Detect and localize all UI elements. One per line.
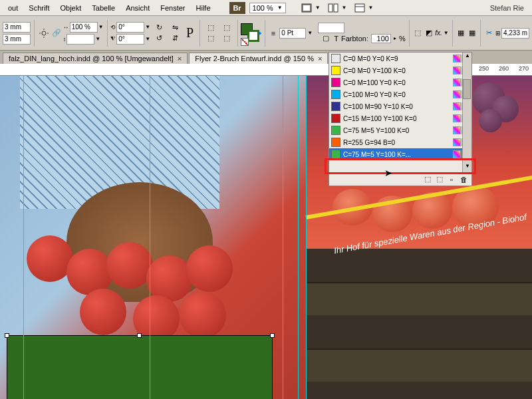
swatch-row[interactable]: C=100 M=90 Y=10 K=0 — [329, 100, 471, 112]
scale-y-field[interactable] — [66, 34, 94, 45]
swatch-tool-icon[interactable]: ⬚ — [422, 174, 433, 185]
swatch-row[interactable]: C=75 M=5 Y=100 K=0 — [329, 124, 471, 136]
menu-hilfe[interactable]: Hilfe — [191, 2, 216, 14]
drop-shadow-icon[interactable]: ◩ — [424, 26, 434, 41]
guide-vertical[interactable] — [283, 76, 283, 399]
guide-vertical[interactable] — [298, 76, 299, 399]
farbton-label: Farbton: — [341, 35, 368, 43]
scrollbar-vertical[interactable]: ▲ ▼ — [462, 53, 471, 172]
text-wrap-bbox-icon[interactable]: ▦ — [467, 26, 477, 41]
color-type-icon — [453, 126, 461, 134]
swatch-row[interactable]: C=100 M=0 Y=0 K=0 — [329, 88, 471, 100]
flip-v-icon[interactable]: ⇵ — [168, 33, 182, 44]
bridge-icon[interactable]: Br — [229, 2, 245, 14]
guide-vertical[interactable] — [150, 76, 150, 399]
color-type-icon — [453, 114, 461, 122]
sun-icon[interactable] — [38, 26, 50, 41]
paragraph-icon[interactable]: P — [184, 26, 196, 41]
svg-point-6 — [42, 31, 46, 35]
chevron-down-icon: ▼ — [342, 5, 347, 11]
menu-fenster[interactable]: Fenster — [155, 2, 190, 14]
tab-doc1[interactable]: falz_DIN_lang_hoch.indd @ 100 % [Umgewan… — [3, 53, 188, 64]
zoom-value: 100 % — [253, 4, 273, 12]
swatch-color-icon — [331, 126, 340, 135]
text-wrap-none-icon[interactable]: ▦ — [456, 26, 466, 41]
new-swatch-icon[interactable]: ▫ — [446, 174, 457, 185]
x-field[interactable] — [3, 22, 31, 33]
effects-icon[interactable]: ⬚ — [412, 26, 422, 41]
menu-out[interactable]: out — [3, 2, 23, 14]
text-formatting-icon[interactable]: ▢ — [321, 33, 331, 44]
color-type-icon — [453, 102, 461, 110]
wood-background — [306, 249, 532, 399]
svg-rect-3 — [334, 4, 338, 12]
y-field[interactable] — [3, 34, 31, 45]
swatch-name: C=15 M=100 Y=100 K=0 — [343, 115, 450, 122]
color-type-icon — [453, 66, 461, 74]
angle-field[interactable] — [116, 22, 144, 33]
unknown-icon4[interactable]: ⬚ — [219, 33, 234, 44]
unknown-icon3[interactable]: ⬚ — [219, 23, 234, 33]
swatch-row[interactable]: C=75 M=5 Y=100 K=... — [329, 148, 471, 160]
delete-swatch-icon[interactable]: 🗑 — [458, 174, 469, 185]
menu-schrift[interactable]: Schrift — [23, 2, 55, 14]
rotate-icon: ⟲ — [110, 24, 116, 31]
swatch-row[interactable]: R=255 G=94 B=0 — [329, 136, 471, 148]
menu-ansicht[interactable]: Ansicht — [120, 2, 155, 14]
color-type-icon — [453, 150, 461, 158]
unknown-icon1[interactable]: ⬚ — [203, 23, 218, 33]
photo-apples — [13, 209, 266, 342]
swatch-name: C=0 M=0 Y=0 K=9 — [343, 55, 450, 63]
swatch-tool-icon[interactable]: ⬚ — [434, 174, 445, 185]
chevron-down-icon: ▼ — [368, 5, 374, 11]
rotate-cw-icon[interactable]: ↻ — [152, 23, 166, 33]
scale-y-icon: ↕ — [63, 36, 66, 43]
guide-vertical[interactable] — [23, 76, 24, 399]
shear-icon: ⧨ — [110, 35, 116, 43]
chevron-down-icon: ▼ — [315, 5, 321, 11]
farbton-field[interactable] — [371, 34, 391, 43]
user-name: Stefan Rie — [490, 4, 529, 12]
link-icon[interactable]: 🔗 — [51, 26, 62, 41]
menu-tabelle[interactable]: Tabelle — [86, 2, 120, 14]
swatch-color-icon — [331, 138, 340, 147]
stroke-weight-field[interactable] — [279, 28, 306, 39]
shear-field[interactable] — [116, 34, 144, 45]
color-type-icon — [453, 138, 461, 146]
menu-bar: out Schrift Objekt Tabelle Ansicht Fenst… — [0, 0, 532, 16]
swatch-row[interactable]: C=0 M=100 Y=0 K=0 — [329, 76, 471, 88]
selected-rectangle[interactable] — [7, 335, 273, 399]
close-icon[interactable]: × — [178, 55, 182, 63]
swatch-row[interactable]: C=0 M=0 Y=0 K=9 — [329, 53, 471, 65]
fill-stroke-proxy[interactable] — [241, 23, 253, 43]
tab-doc2[interactable]: Flyer 2-Bruch Entwurf.indd @ 150 %× — [189, 53, 328, 64]
w-field[interactable] — [501, 28, 529, 39]
guide-vertical[interactable] — [306, 76, 307, 399]
color-type-icon — [453, 78, 461, 86]
swatches-toolbar: ⬚ ⬚ ▫ 🗑 — [329, 173, 472, 186]
scale-x-icon: ↔ — [63, 24, 69, 31]
flip-h-icon[interactable]: ⇋ — [168, 23, 182, 33]
farbton-unit: % — [399, 35, 406, 43]
close-icon[interactable]: × — [318, 55, 322, 63]
swatch-row[interactable]: C=0 M=0 Y=100 K=0 — [329, 65, 471, 76]
scale-x-field[interactable] — [70, 22, 98, 33]
unknown-icon2[interactable]: ⬚ — [203, 33, 218, 44]
scroll-thumb[interactable] — [463, 79, 471, 99]
crop-icon[interactable]: ✂ — [484, 26, 494, 41]
screen-mode-icon[interactable] — [299, 1, 314, 15]
zoom-select[interactable]: 100 % ▼ — [249, 3, 286, 13]
swatch-row[interactable]: C=15 M=100 Y=100 K=0 — [329, 112, 471, 124]
fx-icon[interactable]: fx. — [435, 29, 442, 37]
swatch-name: C=75 M=5 Y=100 K=... — [343, 151, 450, 158]
stroke-style-btn[interactable] — [318, 23, 344, 33]
swatch-color-icon — [331, 114, 340, 123]
svg-rect-2 — [329, 4, 332, 12]
rotate-ccw-icon[interactable]: ↺ — [152, 33, 166, 44]
swatch-color-icon — [331, 90, 340, 99]
view-options-icon[interactable] — [352, 1, 367, 15]
swatch-color-icon — [331, 78, 340, 87]
menu-objekt[interactable]: Objekt — [55, 2, 86, 14]
arrange-docs-icon[interactable] — [326, 1, 340, 15]
chevron-down-icon: ▼ — [277, 5, 283, 11]
